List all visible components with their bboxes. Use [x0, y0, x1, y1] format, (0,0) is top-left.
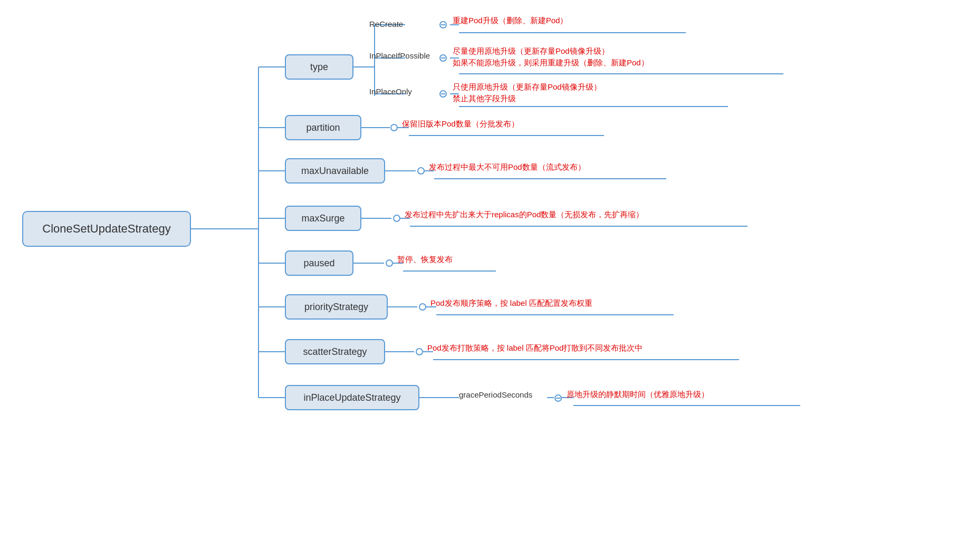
node-maxsurge: maxSurge	[285, 206, 361, 231]
scatterstrategy-desc: Pod发布打散策略，按 label 匹配将Pod打散到不同发布批次中	[427, 343, 643, 353]
graceperiodseconds-label: gracePeriodSeconds	[459, 390, 532, 399]
inplaceonly-desc2: 禁止其他字段升级	[453, 94, 516, 104]
diagram: CloneSetUpdateStrategy type partition ma…	[0, 0, 977, 560]
recreate-desc: 重建Pod升级（删除、新建Pod）	[453, 16, 568, 26]
partition-desc: 保留旧版本Pod数量（分批发布）	[402, 119, 519, 129]
prioritystrategy-circle	[419, 303, 426, 311]
maxunavailable-desc: 发布过程中最大不可用Pod数量（流式发布）	[429, 162, 586, 172]
node-partition-label: partition	[306, 122, 340, 133]
node-prioritystrategy: priorityStrategy	[285, 294, 388, 320]
inplaceonly-circle	[439, 90, 447, 98]
node-prioritystrategy-label: priorityStrategy	[304, 302, 368, 313]
inplaceonly-desc1: 只使用原地升级（更新存量Pod镜像升级）	[453, 82, 601, 92]
inplaceifpossible-label: InPlaceIfPossible	[369, 51, 430, 60]
recreate-label: ReCreate	[369, 20, 403, 28]
maxsurge-desc: 发布过程中先扩出来大于replicas的Pod数量（无损发布，先扩再缩）	[405, 210, 644, 220]
maxunavailable-circle	[417, 167, 425, 175]
inplaceifpossible-desc2: 如果不能原地升级，则采用重建升级（删除、新建Pod）	[453, 58, 649, 68]
node-type: type	[285, 54, 353, 80]
maxsurge-circle	[393, 215, 400, 222]
inplaceifpossible-circle	[439, 54, 447, 62]
paused-circle	[386, 259, 393, 267]
graceperiodseconds-desc: 原地升级的静默期时间（优雅原地升级）	[567, 390, 709, 400]
node-inplaceupdatestrategy: inPlaceUpdateStrategy	[285, 385, 419, 410]
node-maxunavailable-label: maxUnavailable	[301, 166, 369, 177]
node-paused: paused	[285, 250, 353, 276]
node-partition: partition	[285, 115, 361, 140]
node-type-label: type	[310, 62, 328, 73]
main-node-label: CloneSetUpdateStrategy	[42, 222, 170, 236]
node-inplaceupdatestrategy-label: inPlaceUpdateStrategy	[303, 392, 400, 403]
node-scatterstrategy: scatterStrategy	[285, 339, 385, 364]
recreate-circle	[439, 21, 447, 28]
prioritystrategy-desc: Pod发布顺序策略，按 label 匹配配置发布权重	[430, 298, 592, 308]
node-scatterstrategy-label: scatterStrategy	[303, 346, 367, 358]
main-node: CloneSetUpdateStrategy	[22, 211, 191, 247]
inplaceifpossible-desc1: 尽量使用原地升级（更新存量Pod镜像升级）	[453, 46, 609, 56]
node-maxsurge-label: maxSurge	[301, 213, 344, 224]
node-maxunavailable: maxUnavailable	[285, 158, 385, 184]
inplaceonly-label: InPlaceOnly	[369, 87, 412, 96]
node-paused-label: paused	[303, 258, 334, 269]
graceperiodseconds-circle	[554, 394, 562, 402]
scatterstrategy-circle	[416, 348, 423, 355]
paused-desc: 暂停、恢复发布	[397, 255, 453, 265]
partition-circle	[390, 124, 398, 131]
